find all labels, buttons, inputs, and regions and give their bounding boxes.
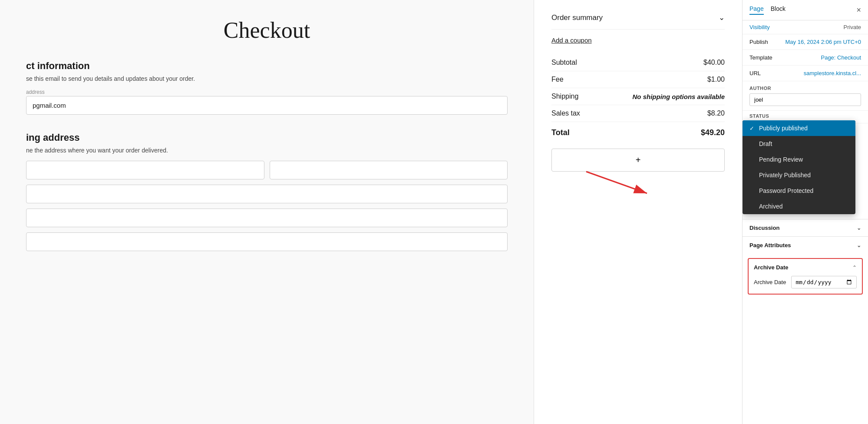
shipping-heading: ing address [26, 132, 508, 143]
page-title: Checkout [26, 17, 508, 43]
contact-section: ct information se this email to send you… [26, 60, 508, 120]
subtotal-label: Subtotal [551, 59, 577, 66]
email-field[interactable] [26, 96, 508, 115]
url-value[interactable]: samplestore.kinsta.cl... [804, 70, 861, 76]
sidebar-header: Page Block × [743, 0, 868, 20]
shipping-label: Shipping [551, 93, 578, 100]
status-section: STATUS ✓ Publicly published Draft Pendin… [743, 111, 868, 123]
dropdown-item-label: Privately Published [759, 172, 811, 179]
template-row: Template Page: Checkout [743, 50, 868, 66]
publish-label: Publish [749, 39, 784, 45]
page-attributes-header[interactable]: Page Attributes ⌄ [749, 242, 861, 248]
status-label: STATUS [749, 113, 861, 119]
author-section-label: AUTHOR [749, 86, 861, 91]
address2-field[interactable] [26, 209, 508, 227]
name-row [26, 161, 508, 179]
visibility-label: Visibility [749, 24, 784, 30]
red-arrow-icon [578, 167, 664, 202]
tab-page[interactable]: Page [749, 5, 764, 15]
page-attributes-label: Page Attributes [749, 242, 791, 248]
publish-value: May 16, 2024 2:06 pm UTC+0 [785, 39, 861, 45]
sales-tax-row: Sales tax $8.20 [551, 105, 725, 122]
visibility-value: Private [844, 24, 861, 30]
dropdown-item-label: Draft [759, 140, 772, 147]
dropdown-item-publicly-published[interactable]: ✓ Publicly published [743, 120, 855, 136]
template-value[interactable]: Page: Checkout [821, 54, 861, 61]
order-summary-header: Order summary ⌄ [551, 13, 725, 30]
sales-tax-value: $8.20 [707, 109, 725, 117]
checkmark-icon: ✓ [749, 125, 756, 132]
archive-chevron-icon[interactable]: ⌃ [852, 265, 857, 271]
sidebar-body: Visibility Private Publish May 16, 2024 … [743, 20, 868, 424]
visibility-row: Visibility Private [743, 20, 868, 34]
discussion-chevron-icon: ⌄ [857, 225, 861, 231]
svg-line-1 [586, 172, 647, 193]
archive-date-input[interactable] [791, 276, 857, 288]
total-row: Total $49.20 [551, 124, 725, 142]
archive-date-section: Archive Date ⌃ Archive Date [748, 258, 863, 295]
contact-heading: ct information [26, 60, 508, 72]
shipping-section: ing address ne the address where you wan… [26, 132, 508, 256]
fee-value: $1.00 [707, 76, 725, 83]
order-panel: Order summary ⌄ Add a coupon Subtotal $4… [534, 0, 742, 424]
archive-date-row: Archive Date [754, 276, 857, 288]
contact-description: se this email to send you details and up… [26, 75, 508, 82]
order-summary-chevron-icon[interactable]: ⌄ [719, 13, 725, 22]
coupon-link[interactable]: Add a coupon [551, 36, 592, 44]
email-label: address [26, 89, 508, 95]
first-name-field[interactable] [26, 161, 264, 179]
fee-row: Fee $1.00 [551, 71, 725, 88]
dropdown-item-privately-published[interactable]: Privately Published [743, 167, 855, 183]
last-name-field[interactable] [270, 161, 508, 179]
subtotal-row: Subtotal $40.00 [551, 54, 725, 71]
shipping-row: Shipping No shipping options available [551, 88, 725, 105]
shipping-description: ne the address where you want your order… [26, 147, 508, 154]
status-dropdown: ✓ Publicly published Draft Pending Revie… [743, 120, 855, 214]
template-label: Template [749, 54, 784, 61]
tab-block[interactable]: Block [771, 5, 785, 15]
page-attributes-section: Page Attributes ⌄ [743, 236, 868, 254]
archive-date-title: Archive Date [754, 264, 788, 271]
dropdown-item-label: Password Protected [759, 187, 813, 194]
url-label: URL [749, 70, 784, 76]
subtotal-value: $40.00 [703, 59, 725, 66]
dropdown-item-draft[interactable]: Draft [743, 136, 855, 152]
dropdown-item-pending[interactable]: Pending Review [743, 152, 855, 167]
total-label: Total [551, 128, 570, 137]
sales-tax-label: Sales tax [551, 109, 580, 117]
country-field[interactable] [26, 232, 508, 251]
discussion-header[interactable]: Discussion ⌄ [749, 225, 861, 231]
right-sidebar: Page Block × Visibility Private Publish … [742, 0, 868, 424]
publish-row: Publish May 16, 2024 2:06 pm UTC+0 [743, 34, 868, 50]
address-field[interactable] [26, 185, 508, 203]
order-summary-label: Order summary [551, 13, 603, 22]
close-button[interactable]: × [856, 6, 861, 15]
archive-date-header: Archive Date ⌃ [754, 264, 857, 271]
archive-date-field-label: Archive Date [754, 279, 786, 285]
author-row: AUTHOR joel [743, 81, 868, 111]
fee-label: Fee [551, 76, 564, 83]
discussion-section: Discussion ⌄ [743, 219, 868, 236]
dropdown-item-label: Archived [759, 203, 782, 210]
dropdown-item-archived[interactable]: Archived [743, 199, 855, 214]
page-attributes-chevron-icon: ⌄ [857, 242, 861, 248]
total-value: $49.20 [701, 128, 725, 137]
dropdown-item-label: Pending Review [759, 156, 803, 163]
author-select-container: joel [749, 93, 861, 106]
shipping-value: No shipping options available [632, 93, 725, 100]
discussion-label: Discussion [749, 225, 779, 231]
main-content: Checkout ct information se this email to… [0, 0, 534, 424]
dropdown-item-password-protected[interactable]: Password Protected [743, 183, 855, 199]
sidebar-tabs: Page Block [749, 5, 785, 15]
author-select[interactable]: joel [749, 93, 861, 106]
dropdown-item-label: Publicly published [759, 125, 808, 132]
url-row: URL samplestore.kinsta.cl... [743, 66, 868, 81]
